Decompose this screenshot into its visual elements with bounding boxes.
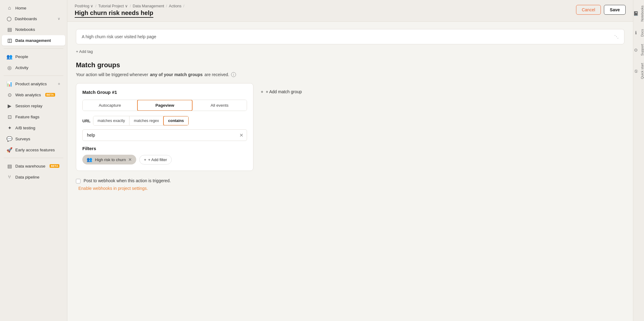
webhook-label: Post to webhook when this action is trig… [84,178,171,183]
divider-1 [4,48,63,49]
chevron-down-icon: ∨ [58,17,60,21]
data-pipeline-icon: ⑂ [7,174,12,180]
ab-testing-icon: ✦ [7,125,12,131]
url-filter-row: URL matches exactly matches regex contai… [82,116,247,126]
breadcrumb-actions[interactable]: Actions [169,4,182,8]
sidebar-item-product-analytics[interactable]: 📊 Product analytics + [2,79,65,89]
sidebar-item-session-replay[interactable]: ▶ Session replay [2,101,65,111]
sidebar-item-data-management[interactable]: ◫ Data management [2,35,65,46]
breadcrumb-data-management[interactable]: Data Management [133,4,164,8]
tab-pageview[interactable]: Pageview [137,100,193,111]
webhook-row: Post to webhook when this action is trig… [76,178,624,183]
main-content: A high churn risk user visited help page… [67,22,633,321]
breadcrumb-project[interactable]: Tutorial Project ∨ [98,4,128,8]
docs-rs-icon: ℹ [634,30,638,35]
tab-all-events[interactable]: All events [192,100,247,111]
sidebar-item-feature-flags[interactable]: ⊡ Feature flags [2,112,65,122]
event-type-tabs: Autocapture Pageview All events [82,100,247,111]
filter-remove-button[interactable]: ✕ [128,157,132,162]
people-icon: 👥 [7,54,12,59]
quick-start-rs-icon: ① [634,68,638,73]
sidebar-item-ab-testing[interactable]: ✦ A/B testing [2,123,65,133]
match-groups-desc: Your action will be triggered whenever a… [76,72,624,77]
divider-2 [4,76,63,76]
cohort-icon: 👥 [87,157,92,162]
url-tab-matches-regex[interactable]: matches regex [129,116,163,125]
data-warehouse-beta-badge: BETA [50,164,59,168]
web-analytics-icon: ⊙ [7,92,12,98]
notebooks-rs-icon: 📓 [634,11,638,16]
sidebar: ⌂ Home ◯ Dashboards ∨ ▤ Notebooks ◫ Data… [0,0,67,321]
webhook-checkbox[interactable] [76,179,80,183]
match-group-1-card: Match Group #1 Autocapture Pageview All … [76,83,253,171]
session-replay-icon: ▶ [7,103,12,109]
page-header: PostHog ∨ / Tutorial Project ∨ / Data Ma… [67,0,633,22]
plus-icon: + [58,81,60,86]
url-input-wrap: ✕ [82,129,247,141]
info-icon[interactable]: i [231,72,236,77]
dashboards-icon: ◯ [7,16,12,21]
surveys-icon: 💬 [7,136,12,142]
sidebar-item-people[interactable]: 👥 People [2,51,65,62]
add-filter-button[interactable]: + + Add filter [139,155,171,164]
main-area: PostHog ∨ / Tutorial Project ∨ / Data Ma… [67,0,633,321]
sidebar-item-dashboards[interactable]: ◯ Dashboards ∨ [2,14,65,24]
data-warehouse-icon: ▤ [7,163,12,169]
sidebar-item-notebooks[interactable]: ▤ Notebooks [2,24,65,35]
filter-tag-high-risk: 👥 High risk to churn ✕ [82,155,136,164]
activity-icon: ◎ [7,65,12,70]
match-group-1-title: Match Group #1 [82,90,247,95]
right-sidebar-docs[interactable]: ℹ Docs [632,26,644,40]
notebooks-icon: ▤ [7,27,12,32]
url-tab-contains[interactable]: contains [163,116,189,126]
match-groups-title: Match groups [76,61,624,69]
right-sidebar: 📓 Notebooks ℹ Docs ⊙ Support ① Quick sta… [633,0,644,321]
product-analytics-icon: 📊 [7,81,12,87]
url-label: URL [82,119,91,123]
add-match-group-button[interactable]: + + Add match group [261,86,302,98]
web-analytics-beta-badge: BETA [45,93,55,97]
filters-title: Filters [82,146,247,151]
webhook-section: Post to webhook when this action is trig… [76,178,624,191]
divider-3 [4,158,63,158]
tab-autocapture[interactable]: Autocapture [83,100,137,111]
early-access-icon: 🚀 [7,147,12,153]
right-sidebar-support[interactable]: ⊙ Support [632,41,644,59]
feature-flags-icon: ⊡ [7,114,12,120]
match-groups-row: Match Group #1 Autocapture Pageview All … [76,83,624,171]
right-sidebar-quick-start[interactable]: ① Quick start [632,60,644,82]
sidebar-item-activity[interactable]: ◎ Activity [2,62,65,73]
description-text: A high churn risk user visited help page [82,34,156,39]
breadcrumb-posthog[interactable]: PostHog ∨ [75,4,93,8]
sidebar-item-surveys[interactable]: 💬 Surveys [2,134,65,144]
data-management-icon: ◫ [7,38,12,43]
header-buttons: Cancel Save [576,5,626,15]
edit-icon[interactable]: ⋱ [614,34,619,39]
support-rs-icon: ⊙ [634,48,638,52]
description-box: A high churn risk user visited help page… [76,29,624,44]
home-icon: ⌂ [7,5,12,11]
sidebar-item-data-pipeline[interactable]: ⑂ Data pipeline [2,172,65,182]
cancel-button[interactable]: Cancel [576,5,601,15]
sidebar-item-data-warehouse[interactable]: ▤ Data warehouse BETA [2,161,65,171]
url-input-clear-button[interactable]: ✕ [239,132,243,138]
breadcrumb: PostHog ∨ / Tutorial Project ∨ / Data Ma… [75,4,184,8]
add-match-group-plus-icon: + [261,89,263,94]
page-title: High churn risk needs help [75,9,153,18]
header-left: PostHog ∨ / Tutorial Project ∨ / Data Ma… [75,4,184,18]
webhook-settings-link[interactable]: Enable webhooks in project settings. [78,186,148,191]
url-input[interactable] [82,129,247,141]
sidebar-item-web-analytics[interactable]: ⊙ Web analytics BETA [2,90,65,100]
add-filter-plus-icon: + [144,157,146,162]
filters-row: 👥 High risk to churn ✕ + + Add filter [82,155,247,164]
url-tab-matches-exactly[interactable]: matches exactly [93,116,130,125]
add-tag-button[interactable]: + Add tag [76,49,624,54]
right-sidebar-notebooks[interactable]: 📓 Notebooks [632,2,644,25]
save-button[interactable]: Save [604,5,626,15]
sidebar-item-home[interactable]: ⌂ Home [2,3,65,13]
url-match-tabs: matches exactly matches regex contains [93,116,189,126]
sidebar-item-early-access[interactable]: 🚀 Early access features [2,145,65,155]
